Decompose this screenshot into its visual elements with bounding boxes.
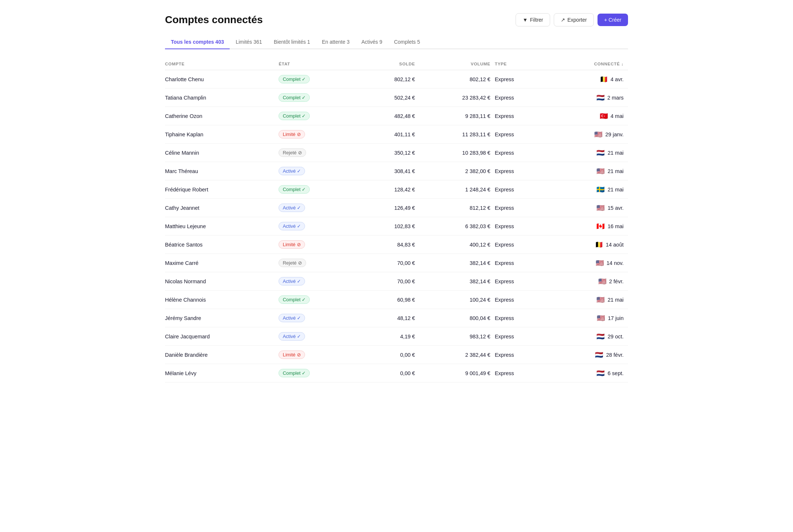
- flag-icon: 🇳🇱: [596, 370, 604, 377]
- tab-pending[interactable]: En attente 3: [316, 35, 356, 49]
- table-row[interactable]: Catherine OzonComplet ✓482,48 €9 283,11 …: [165, 107, 628, 125]
- connected-date: 4 mai: [611, 113, 624, 119]
- account-type: Express: [495, 254, 549, 272]
- account-solde: 60,98 €: [361, 291, 419, 309]
- account-volume: 400,12 €: [419, 236, 495, 254]
- connected-date: 21 mai: [607, 150, 624, 156]
- table-row[interactable]: Mélanie LévyComplet ✓0,00 €9 001,49 €Exp…: [165, 364, 628, 382]
- table-row[interactable]: Tatiana ChamplinComplet ✓502,24 €23 283,…: [165, 89, 628, 107]
- table-row[interactable]: Maxime CarréRejeté ⊘70,00 €382,14 €Expre…: [165, 254, 628, 272]
- tab-active[interactable]: Activés 9: [355, 35, 388, 49]
- account-connected: 🇳🇱28 févr.: [549, 346, 628, 364]
- tab-limited[interactable]: Limités 361: [230, 35, 268, 49]
- flag-icon: 🇺🇸: [596, 168, 604, 175]
- account-etat: Complet ✓: [279, 107, 361, 125]
- account-connected: 🇺🇸15 avr.: [549, 199, 628, 217]
- status-badge: Activé ✓: [279, 277, 305, 285]
- account-solde: 70,00 €: [361, 272, 419, 291]
- tab-all[interactable]: Tous les comptes 403: [165, 35, 230, 49]
- account-volume: 2 382,44 €: [419, 346, 495, 364]
- table-row[interactable]: Jérémy SandreActivé ✓48,12 €800,04 €Expr…: [165, 309, 628, 327]
- account-type: Express: [495, 180, 549, 199]
- account-name: Céline Mannin: [165, 144, 279, 162]
- tabs-bar: Tous les comptes 403Limités 361Bientôt l…: [165, 35, 628, 49]
- page-title: Comptes connectés: [165, 14, 263, 26]
- connected-date: 16 mai: [607, 223, 624, 229]
- account-name: Béatrice Santos: [165, 236, 279, 254]
- table-row[interactable]: Danièle BrandièreLimité ⊘0,00 €2 382,44 …: [165, 346, 628, 364]
- account-etat: Limité ⊘: [279, 125, 361, 144]
- account-name: Frédérique Robert: [165, 180, 279, 199]
- account-type: Express: [495, 236, 549, 254]
- account-name: Claire Jacquemard: [165, 327, 279, 346]
- account-volume: 382,14 €: [419, 254, 495, 272]
- tab-complete[interactable]: Complets 5: [388, 35, 426, 49]
- table-row[interactable]: Frédérique RobertComplet ✓128,42 €1 248,…: [165, 180, 628, 199]
- table-row[interactable]: Tiphaine KaplanLimité ⊘401,11 €11 283,11…: [165, 125, 628, 144]
- table-row[interactable]: Claire JacquemardActivé ✓4,19 €983,12 €E…: [165, 327, 628, 346]
- status-badge: Limité ⊘: [279, 130, 305, 139]
- connected-date: 15 avr.: [607, 205, 624, 211]
- account-type: Express: [495, 162, 549, 180]
- connected-date: 29 janv.: [605, 132, 624, 137]
- account-volume: 23 283,42 €: [419, 89, 495, 107]
- account-etat: Rejeté ⊘: [279, 254, 361, 272]
- account-name: Cathy Jeannet: [165, 199, 279, 217]
- account-etat: Limité ⊘: [279, 346, 361, 364]
- status-badge: Limité ⊘: [279, 351, 305, 359]
- account-etat: Activé ✓: [279, 199, 361, 217]
- status-badge: Activé ✓: [279, 314, 305, 322]
- account-volume: 9 283,11 €: [419, 107, 495, 125]
- account-name: Tiphaine Kaplan: [165, 125, 279, 144]
- table-row[interactable]: Béatrice SantosLimité ⊘84,83 €400,12 €Ex…: [165, 236, 628, 254]
- account-etat: Activé ✓: [279, 162, 361, 180]
- account-solde: 802,12 €: [361, 70, 419, 89]
- account-name: Maxime Carré: [165, 254, 279, 272]
- table-row[interactable]: Matthieu LejeuneActivé ✓102,83 €6 382,03…: [165, 217, 628, 236]
- account-etat: Complet ✓: [279, 364, 361, 382]
- table-row[interactable]: Cathy JeannetActivé ✓126,49 €812,12 €Exp…: [165, 199, 628, 217]
- account-volume: 800,04 €: [419, 309, 495, 327]
- status-badge: Complet ✓: [279, 185, 310, 194]
- table-row[interactable]: Céline ManninRejeté ⊘350,12 €10 283,98 €…: [165, 144, 628, 162]
- sort-icon: ↓: [621, 62, 624, 66]
- account-name: Jérémy Sandre: [165, 309, 279, 327]
- account-volume: 100,24 €: [419, 291, 495, 309]
- export-icon: ↗: [561, 17, 565, 23]
- account-name: Nicolas Normand: [165, 272, 279, 291]
- connected-date: 2 févr.: [609, 278, 624, 284]
- export-button[interactable]: ↗ Exporter: [554, 13, 594, 26]
- page-header: Comptes connectés ▼ Filtrer ↗ Exporter +…: [165, 13, 628, 26]
- account-type: Express: [495, 107, 549, 125]
- flag-icon: 🇺🇸: [596, 205, 604, 211]
- col-volume: VOLUME: [419, 58, 495, 70]
- flag-icon: 🇳🇱: [596, 94, 604, 101]
- account-volume: 1 248,24 €: [419, 180, 495, 199]
- account-volume: 382,14 €: [419, 272, 495, 291]
- account-connected: 🇳🇱29 oct.: [549, 327, 628, 346]
- account-etat: Limité ⊘: [279, 236, 361, 254]
- table-row[interactable]: Hélène ChannoisComplet ✓60,98 €100,24 €E…: [165, 291, 628, 309]
- account-etat: Rejeté ⊘: [279, 144, 361, 162]
- create-button[interactable]: + Créer: [598, 14, 628, 26]
- account-solde: 401,11 €: [361, 125, 419, 144]
- status-badge: Complet ✓: [279, 93, 310, 102]
- connected-date: 21 mai: [607, 297, 624, 303]
- status-badge: Activé ✓: [279, 332, 305, 341]
- account-type: Express: [495, 217, 549, 236]
- flag-icon: 🇺🇸: [597, 315, 605, 321]
- account-solde: 482,48 €: [361, 107, 419, 125]
- account-solde: 502,24 €: [361, 89, 419, 107]
- status-badge: Complet ✓: [279, 112, 310, 120]
- account-etat: Activé ✓: [279, 272, 361, 291]
- account-type: Express: [495, 89, 549, 107]
- account-connected: 🇺🇸14 nov.: [549, 254, 628, 272]
- table-row[interactable]: Marc ThéreauActivé ✓308,41 €2 382,00 €Ex…: [165, 162, 628, 180]
- table-row[interactable]: Charlotte ChenuComplet ✓802,12 €802,12 €…: [165, 70, 628, 89]
- filter-button[interactable]: ▼ Filtrer: [516, 13, 550, 26]
- table-row[interactable]: Nicolas NormandActivé ✓70,00 €382,14 €Ex…: [165, 272, 628, 291]
- account-volume: 9 001,49 €: [419, 364, 495, 382]
- status-badge: Activé ✓: [279, 167, 305, 175]
- flag-icon: 🇹🇷: [600, 113, 608, 119]
- tab-soon-limited[interactable]: Bientôt limités 1: [268, 35, 316, 49]
